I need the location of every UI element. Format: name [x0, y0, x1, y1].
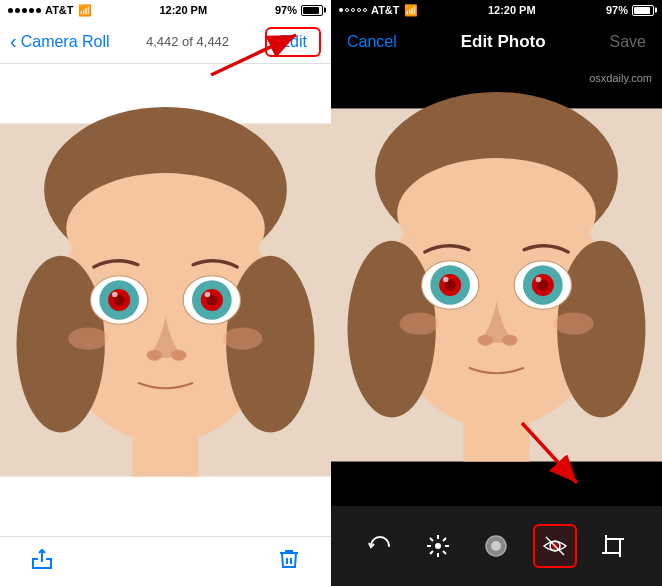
left-battery-percent: 97%	[275, 4, 297, 16]
filter-tool-button[interactable]	[474, 524, 518, 568]
crop-tool-button[interactable]	[591, 524, 635, 568]
left-battery-fill	[303, 7, 319, 14]
signal-dots	[8, 8, 41, 13]
rotate-tool-button[interactable]	[358, 524, 402, 568]
watermark: osxdaily.com	[589, 72, 652, 84]
svg-line-62	[546, 537, 564, 555]
svg-point-13	[112, 292, 118, 298]
right-signal-dots	[339, 8, 367, 12]
right-wifi-icon: 📶	[404, 4, 418, 17]
svg-point-24	[223, 328, 263, 350]
photo-count: 4,442 of 4,442	[110, 34, 266, 49]
right-signal-dot-2	[345, 8, 349, 12]
svg-line-53	[443, 551, 446, 554]
right-status-bar: AT&T 📶 12:20 PM 97%	[331, 0, 662, 20]
svg-line-55	[430, 551, 433, 554]
svg-point-23	[68, 328, 108, 350]
left-photo-area	[0, 64, 331, 536]
right-carrier: AT&T	[371, 4, 400, 16]
left-carrier: AT&T	[45, 4, 74, 16]
left-status-right: 97%	[275, 4, 323, 16]
signal-dot-1	[8, 8, 13, 13]
left-wifi-icon: 📶	[78, 4, 92, 17]
svg-rect-5	[132, 416, 198, 477]
svg-point-56	[435, 543, 441, 549]
right-status-right-group: 97%	[606, 4, 654, 16]
right-toolbar	[331, 506, 662, 586]
cancel-button[interactable]: Cancel	[347, 33, 397, 51]
svg-point-41	[536, 277, 542, 283]
svg-line-54	[443, 538, 446, 541]
signal-dot-3	[22, 8, 27, 13]
svg-point-18	[205, 292, 211, 298]
svg-point-22	[171, 350, 186, 361]
right-photo-area: osxdaily.com	[331, 64, 662, 506]
svg-point-47	[554, 313, 594, 335]
svg-point-45	[502, 335, 517, 346]
enhance-tool-button[interactable]	[416, 524, 460, 568]
back-label: Camera Roll	[21, 33, 110, 51]
right-signal-dot-1	[339, 8, 343, 12]
left-status-left: AT&T 📶	[8, 4, 92, 17]
back-button[interactable]: ‹ Camera Roll	[10, 30, 110, 53]
right-status-left-group: AT&T 📶	[339, 4, 418, 17]
signal-dot-5	[36, 8, 41, 13]
right-time: 12:20 PM	[488, 4, 536, 16]
redeye-tool-button[interactable]	[533, 524, 577, 568]
left-time: 12:20 PM	[159, 4, 207, 16]
svg-point-59	[491, 541, 501, 551]
page-title: Edit Photo	[461, 32, 546, 52]
svg-point-44	[478, 335, 493, 346]
right-battery-fill	[634, 7, 650, 14]
right-battery-icon	[632, 5, 654, 16]
right-battery-percent: 97%	[606, 4, 628, 16]
svg-point-36	[443, 277, 449, 283]
trash-button[interactable]	[277, 547, 301, 577]
signal-dot-2	[15, 8, 20, 13]
left-battery-icon	[301, 5, 323, 16]
back-chevron-icon: ‹	[10, 30, 17, 53]
share-button[interactable]	[30, 547, 54, 577]
svg-point-21	[147, 350, 162, 361]
right-panel: AT&T 📶 12:20 PM 97% Cancel Edit Photo Sa…	[331, 0, 662, 586]
svg-point-46	[399, 313, 439, 335]
left-toolbar	[0, 536, 331, 586]
right-signal-dot-5	[363, 8, 367, 12]
left-panel: AT&T 📶 12:20 PM 97% ‹ Camera Roll 4,442 …	[0, 0, 331, 586]
edit-button[interactable]: Edit	[265, 27, 321, 57]
right-photo	[331, 64, 662, 506]
right-signal-dot-3	[351, 8, 355, 12]
left-photo	[0, 64, 331, 536]
save-button[interactable]: Save	[610, 33, 646, 51]
right-nav-bar: Cancel Edit Photo Save	[331, 20, 662, 64]
left-nav-bar: ‹ Camera Roll 4,442 of 4,442 Edit	[0, 20, 331, 64]
signal-dot-4	[29, 8, 34, 13]
svg-line-52	[430, 538, 433, 541]
left-status-bar: AT&T 📶 12:20 PM 97%	[0, 0, 331, 20]
right-signal-dot-4	[357, 8, 361, 12]
svg-rect-28	[463, 401, 529, 462]
